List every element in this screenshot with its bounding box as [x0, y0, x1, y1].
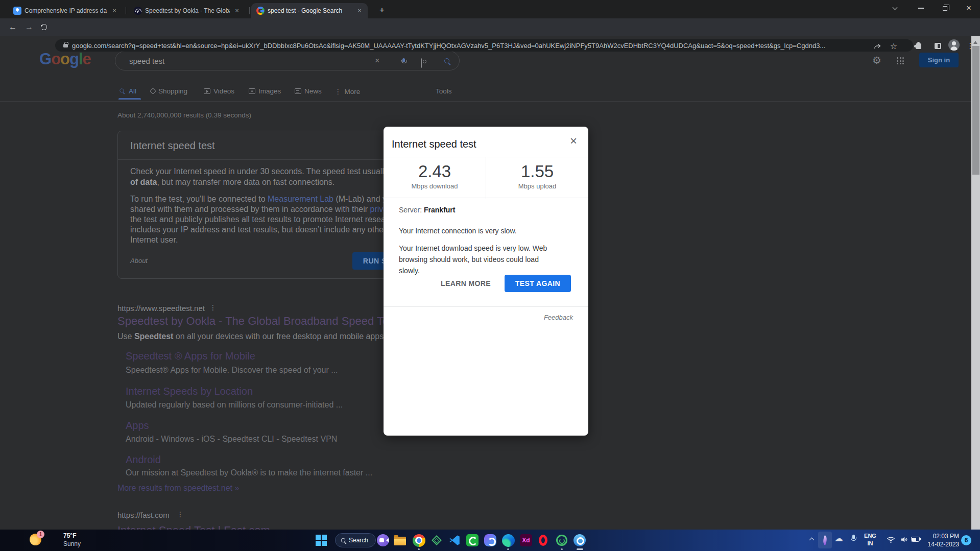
dialog-title: Internet speed test: [392, 138, 476, 150]
tray-chevron-up-icon[interactable]: [809, 538, 815, 543]
weather-condition: Sunny: [63, 540, 81, 547]
result-url[interactable]: https://www.speedtest.net: [117, 304, 205, 313]
volume-icon[interactable]: [900, 535, 909, 546]
taskbar-search[interactable]: Search: [335, 533, 376, 547]
back-icon[interactable]: ←: [6, 20, 19, 34]
tab-shopping[interactable]: Shopping: [151, 87, 187, 95]
search-submit-icon[interactable]: [444, 58, 451, 65]
ipinfo-favicon-icon: [13, 7, 21, 15]
microphone-tray-icon[interactable]: [851, 535, 856, 542]
google-apps-icon[interactable]: [897, 57, 904, 64]
window-close-button[interactable]: ×: [959, 0, 979, 16]
green-swirl-app-icon[interactable]: [555, 534, 568, 547]
tab-title: speed test - Google Search: [268, 7, 352, 14]
tab-close-icon[interactable]: ×: [355, 7, 364, 15]
edge-icon[interactable]: [501, 534, 515, 547]
new-tab-button[interactable]: +: [376, 4, 388, 16]
result-menu-icon[interactable]: ⋮: [209, 303, 217, 312]
feedback-link[interactable]: Feedback: [544, 314, 573, 321]
lock-icon[interactable]: [63, 44, 68, 47]
active-tab-underline: [118, 98, 141, 100]
weather-badge: 1: [37, 531, 44, 538]
loop-app-icon[interactable]: [484, 534, 497, 547]
dialog-close-icon[interactable]: ×: [566, 134, 581, 149]
tab-ip-data[interactable]: Comprehensive IP address data, ×: [8, 3, 123, 18]
upload-value: 1.55: [486, 162, 588, 181]
forward-icon[interactable]: →: [22, 20, 36, 34]
chrome-icon[interactable]: [412, 534, 425, 547]
test-again-button[interactable]: TEST AGAIN: [505, 275, 571, 292]
server-name: Frankfurt: [424, 206, 455, 214]
tab-google-search[interactable]: speed test - Google Search ×: [251, 3, 368, 18]
bookmark-star-icon[interactable]: ☆: [888, 40, 900, 52]
share-icon[interactable]: [871, 40, 883, 52]
wifi-icon[interactable]: [887, 535, 895, 546]
more-kebab-icon: ⋮: [334, 87, 342, 95]
sublink-title[interactable]: Android: [126, 454, 161, 466]
result-title-link[interactable]: Internet Speed Test | Fast.com: [117, 524, 270, 530]
blue-ring-app-icon[interactable]: [573, 534, 586, 547]
scrollbar-thumb[interactable]: [972, 46, 979, 175]
about-link[interactable]: About: [130, 257, 148, 265]
tab-videos[interactable]: Videos: [204, 87, 234, 95]
extensions-icon[interactable]: [912, 40, 924, 52]
clock[interactable]: 02:03 PM 14-02-2023: [925, 532, 959, 548]
image-search-icon[interactable]: [421, 58, 422, 68]
file-explorer-icon[interactable]: [393, 534, 407, 547]
tab-news[interactable]: News: [295, 87, 322, 95]
browser-menu-icon[interactable]: ⋮: [964, 40, 976, 52]
connection-status-text: Your Internet connection is very slow.: [399, 227, 517, 235]
feather-tray-icon[interactable]: [818, 532, 832, 548]
tab-close-icon[interactable]: ×: [110, 7, 118, 15]
chrome-running-dot: [418, 548, 420, 550]
date: 14-02-2023: [925, 540, 959, 548]
shopping-tag-icon: [150, 88, 156, 94]
vscode-icon[interactable]: [448, 534, 461, 547]
tab-more[interactable]: ⋮More: [334, 87, 360, 95]
settings-gear-icon[interactable]: ⚙: [872, 54, 881, 66]
camtasia-icon[interactable]: [466, 534, 479, 547]
battery-icon[interactable]: [911, 537, 920, 542]
side-panel-icon[interactable]: [931, 40, 944, 52]
green-diamond-app-icon[interactable]: [430, 534, 443, 547]
onedrive-cloud-icon[interactable]: ☁: [834, 533, 843, 544]
language-indicator[interactable]: ENGIN: [862, 532, 878, 547]
start-button-icon[interactable]: [316, 535, 327, 546]
tab-search-chevron-icon[interactable]: [885, 0, 905, 16]
video-app-icon[interactable]: [376, 534, 390, 547]
news-icon: [295, 88, 301, 94]
tab-speedtest[interactable]: Speedtest by Ookla - The Global ×: [129, 3, 245, 18]
tab-close-icon[interactable]: ×: [233, 7, 241, 15]
adobe-xd-icon[interactable]: Xd: [519, 534, 533, 547]
reload-icon[interactable]: [41, 24, 47, 30]
result-menu-icon[interactable]: ⋮: [177, 510, 184, 518]
tab-images[interactable]: Images: [249, 87, 281, 95]
tab-all[interactable]: All: [119, 87, 136, 95]
profile-avatar[interactable]: [948, 39, 960, 51]
download-cell: 2.43 Mbps download: [384, 157, 486, 199]
speedtest-favicon-icon: [134, 7, 142, 15]
page-scrollbar[interactable]: [971, 36, 980, 530]
tools-button[interactable]: Tools: [436, 87, 452, 95]
upload-label: Mbps upload: [486, 182, 588, 190]
clear-query-icon[interactable]: ×: [375, 56, 379, 65]
url-text[interactable]: google.com/search?q=speed+test&hl=en&sou…: [72, 42, 866, 50]
sublink-title[interactable]: Apps: [126, 420, 149, 432]
sublink-title[interactable]: Speedtest ® Apps for Mobile: [126, 350, 255, 362]
result-url[interactable]: https://fast.com: [117, 511, 170, 519]
sublink-title[interactable]: Internet Speeds by Location: [126, 386, 253, 397]
result-title-link[interactable]: Speedtest by Ookla - The Global Broadban…: [117, 315, 397, 328]
learn-more-button[interactable]: LEARN MORE: [433, 275, 499, 292]
opera-icon[interactable]: [536, 534, 549, 547]
search-query[interactable]: speed test: [129, 57, 164, 65]
sign-in-button[interactable]: Sign in: [919, 53, 959, 67]
window-restore-button[interactable]: [935, 0, 955, 16]
window-minimize-button[interactable]: [911, 0, 931, 16]
notification-badge[interactable]: 6: [961, 535, 971, 545]
all-search-icon: [119, 88, 125, 93]
search-box[interactable]: speed test ×: [115, 51, 460, 70]
more-results-link[interactable]: More results from speedtest.net »: [117, 484, 239, 493]
measurement-lab-link[interactable]: Measurement Lab: [268, 195, 333, 203]
card-text-line: Internet user.: [130, 235, 178, 245]
tab-divider: [249, 7, 250, 14]
